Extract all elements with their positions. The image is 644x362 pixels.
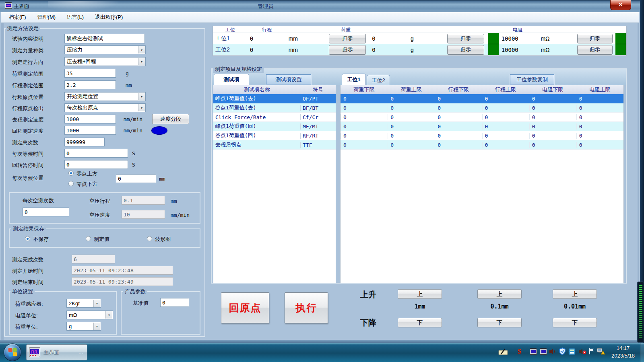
down-0p01mm-button[interactable]: 下	[553, 318, 597, 327]
tab-station-2[interactable]: 工位2	[367, 75, 390, 85]
item-row[interactable]: 峰点1荷重值(去)OF/PT	[213, 94, 336, 103]
run-button[interactable]: 执行	[285, 292, 328, 323]
direction-select[interactable]: 压去程+回程 ▼	[64, 57, 146, 66]
limits-body: 000000000000000000000000000000000000	[341, 94, 623, 150]
zero-stroke-button[interactable]: 归零	[329, 45, 366, 55]
menu-language[interactable]: 语言(L)	[67, 14, 84, 21]
clock-date: 2023/5/18	[607, 352, 639, 360]
network-warning-icon[interactable]: !	[597, 348, 605, 356]
station-row: 工位10mm归零0g归零10000mΩ归零	[213, 33, 626, 44]
res-unit-label: 电阻单位:	[15, 312, 38, 319]
test-desc-input[interactable]	[64, 34, 145, 43]
pause-time-input[interactable]	[64, 160, 128, 169]
tablet-pen-icon[interactable]	[498, 348, 506, 356]
limit-col-header: 荷重下限	[341, 86, 388, 93]
wait-pos-above-radio[interactable]	[68, 171, 74, 176]
app-monitor-icon-1[interactable]	[530, 348, 537, 355]
save-none-label: 不保存	[33, 236, 49, 243]
limit-row[interactable]: 000000	[341, 122, 623, 131]
up-0p01mm-button[interactable]: 上	[553, 289, 597, 299]
zero-load-button[interactable]: 归零	[447, 34, 484, 43]
tab-station-1[interactable]: 工位1	[342, 74, 366, 85]
station-row: 工位20mm归零0g归零10000mΩ归零	[213, 44, 626, 56]
load-unit-select[interactable]: g ▼	[66, 322, 101, 331]
speed-segment-button[interactable]: 速度分段	[152, 114, 189, 124]
station-name: 工位2	[213, 44, 248, 55]
admin-label: 管理员	[258, 3, 273, 10]
load-range-input[interactable]	[64, 69, 116, 78]
limit-row[interactable]: 000000	[341, 103, 623, 113]
down-0p1mm-button[interactable]: 下	[477, 318, 522, 327]
limit-row[interactable]: 000000	[341, 140, 623, 150]
chevron-down-icon[interactable]: ▼	[138, 93, 145, 100]
save-wave-radio[interactable]	[147, 236, 152, 241]
item-row[interactable]: Click Force/RateCf/Cr	[213, 113, 336, 122]
chevron-down-icon[interactable]: ▼	[138, 46, 145, 53]
show-desktop-button[interactable]	[640, 343, 644, 362]
start-button[interactable]	[4, 343, 21, 361]
force-type-select[interactable]: 压缩力 ▼	[64, 45, 146, 54]
chevron-down-icon[interactable]: ▼	[138, 58, 145, 65]
ime-icon[interactable]	[568, 348, 576, 356]
app-monitor-icon-2[interactable]	[540, 348, 547, 355]
down-1mm-button[interactable]: 下	[398, 318, 442, 327]
limit-row[interactable]: 000000	[341, 131, 623, 140]
zero-stroke-button[interactable]: 归零	[329, 34, 366, 43]
ret-speed-input[interactable]	[64, 126, 116, 135]
wait-time-unit: S	[132, 150, 135, 156]
total-count-input[interactable]	[64, 138, 105, 146]
up-1mm-button[interactable]: 上	[398, 289, 442, 299]
limit-value: 0	[529, 123, 576, 130]
ret-speed-label: 回程测定速度	[12, 128, 43, 135]
limit-value: 0	[529, 96, 576, 102]
close-icon[interactable]: ✕	[610, 0, 631, 10]
direction-label: 测定走行方向	[12, 59, 43, 66]
action-center-flag-icon[interactable]	[588, 348, 596, 356]
wait-pos-input[interactable]	[116, 174, 156, 183]
wait-time-input[interactable]	[64, 149, 128, 158]
zero-load-button[interactable]: 归零	[447, 45, 484, 55]
up-0p1mm-button[interactable]: 上	[477, 289, 522, 299]
save-value-radio[interactable]	[86, 236, 91, 241]
security-shield-icon[interactable]	[559, 348, 567, 356]
taskbar-clock[interactable]: 14:17 2023/5/18	[607, 344, 639, 360]
zero-resistance-button[interactable]: 归零	[577, 34, 613, 43]
tab-test-items[interactable]: 测试项	[214, 74, 249, 85]
fwd-speed-input[interactable]	[64, 115, 116, 123]
item-settings-button[interactable]: 测试项设置	[266, 74, 311, 84]
chevron-down-icon[interactable]: ▼	[93, 323, 100, 330]
item-row[interactable]: 谷点1荷重值(去)BF/BT	[213, 103, 336, 113]
copy-station-params-button[interactable]: 工位参数复制	[510, 74, 554, 84]
item-symbol: BF/BT	[300, 105, 336, 111]
idle-count-input[interactable]	[23, 208, 69, 216]
menu-file[interactable]: 档案(F)	[9, 14, 26, 21]
origin-detect-select[interactable]: 每次检出原点 ▼	[64, 103, 146, 112]
wait-pos-below-radio[interactable]	[68, 181, 74, 186]
speaker-icon[interactable]	[549, 348, 557, 356]
speaker-muted-icon[interactable]	[578, 348, 586, 356]
save-wave-label: 波形图	[155, 236, 171, 243]
load-sensor-select[interactable]: 2Kgf ▼	[66, 299, 101, 308]
res-unit-select[interactable]: mΩ ▼	[66, 311, 113, 319]
chevron-down-icon[interactable]: ▼	[138, 104, 145, 111]
stroke-range-input[interactable]	[64, 80, 116, 89]
zero-resistance-button[interactable]: 归零	[577, 45, 613, 55]
ref-value-input[interactable]	[160, 298, 189, 307]
load-unit: g	[408, 44, 444, 55]
taskbar-app-button[interactable]: 主界面 ...	[26, 344, 87, 360]
chevron-down-icon[interactable]: ▼	[105, 311, 112, 319]
chevron-down-icon[interactable]: ▼	[93, 300, 100, 307]
home-button[interactable]: 回原点	[221, 292, 269, 323]
item-row[interactable]: 去程后拐点TTF	[213, 140, 336, 150]
sogou-icon[interactable]: S	[518, 348, 526, 356]
wait-pos-below-label: 零点下方	[76, 181, 97, 188]
item-row[interactable]: 峰点1荷重值(回)MF/MT	[213, 122, 336, 131]
menu-manage[interactable]: 管理(M)	[37, 14, 56, 21]
limit-value: 0	[482, 123, 529, 130]
menu-exit[interactable]: 退出程序(P)	[95, 14, 123, 21]
save-none-radio[interactable]	[25, 236, 30, 241]
limit-row[interactable]: 000000	[341, 94, 623, 103]
item-row[interactable]: 谷点1荷重值(回)RF/RT	[213, 131, 336, 140]
origin-pos-select[interactable]: 开始测定位置 ▼	[64, 92, 146, 101]
limit-row[interactable]: 000000	[341, 113, 623, 122]
